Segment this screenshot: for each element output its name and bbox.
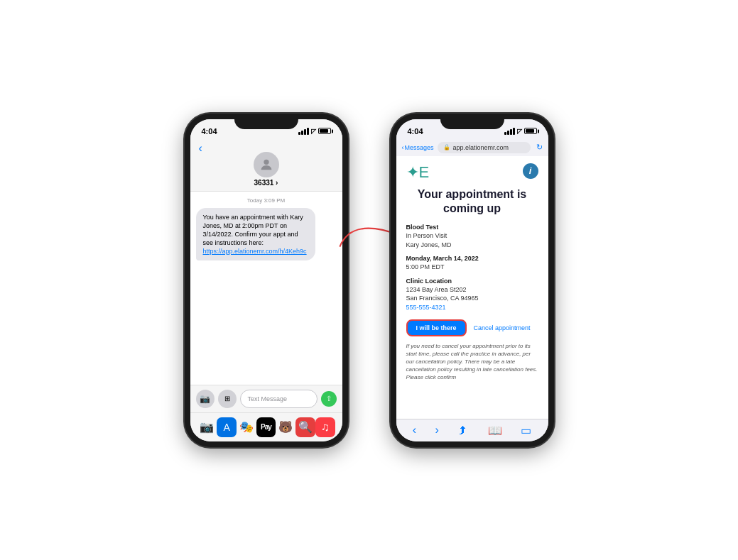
- appointment-location-section: Clinic Location 1234 Bay Area St202 San …: [406, 278, 538, 312]
- signal-bars-icon: [298, 128, 309, 135]
- message-link[interactable]: https://app.elationemr.com/h/4Keh9c: [203, 248, 307, 255]
- right-phone-screen: 4:04 ◸ ‹ Mes: [396, 119, 548, 441]
- right-phone-notch: [440, 114, 504, 129]
- right-battery-icon: [524, 128, 537, 134]
- right-wifi-icon: ◸: [517, 128, 522, 135]
- appointment-date-section: Monday, March 14, 2022 5:00 PM EDT: [406, 255, 538, 272]
- appointment-action-buttons: I will be there Cancel appointment: [406, 319, 538, 336]
- dock-photos-icon[interactable]: 📷: [197, 417, 217, 437]
- browser-tabs-icon[interactable]: ▭: [521, 424, 531, 437]
- battery-icon: [318, 128, 331, 134]
- send-button[interactable]: ⇧: [321, 391, 337, 407]
- dock-bar: 📷 A 🎭 Pay 🐻 🔍 ♫: [190, 412, 342, 441]
- lock-icon: 🔒: [443, 144, 450, 150]
- message-date: Today 3:09 PM: [196, 197, 337, 204]
- clinic-location-label: Clinic Location: [406, 278, 538, 285]
- dock-search-icon[interactable]: 🔍: [295, 417, 315, 437]
- info-icon[interactable]: i: [523, 163, 538, 179]
- cancel-button[interactable]: Cancel appointment: [474, 324, 531, 331]
- messages-header: ‹ 36331 ›: [190, 139, 342, 192]
- left-status-icons: ◸: [298, 128, 331, 135]
- dock-memoji-icon[interactable]: 🐻: [276, 417, 295, 437]
- appointment-header: ✦E i: [406, 163, 538, 182]
- wifi-icon: ◸: [311, 128, 316, 135]
- dock-appstore-icon[interactable]: A: [217, 417, 237, 437]
- browser-address-bar[interactable]: 🔒 app.elationemr.com: [438, 142, 531, 153]
- browser-back-nav-icon[interactable]: ‹: [413, 424, 416, 437]
- appointment-date-label: Monday, March 14, 2022: [406, 255, 538, 262]
- doctor-name: Kary Jones, MD: [406, 241, 538, 250]
- phone-notch: [234, 114, 298, 129]
- scene: 4:04 ◸ ‹: [0, 0, 738, 560]
- right-phone: 4:04 ◸ ‹ Mes: [391, 114, 554, 447]
- appstore-button[interactable]: ⊞: [218, 390, 237, 408]
- left-phone-screen: 4:04 ◸ ‹: [190, 119, 342, 441]
- right-status-icons: ◸: [504, 128, 537, 135]
- messages-back-button[interactable]: ‹: [199, 142, 202, 155]
- browser-forward-nav-icon[interactable]: ›: [435, 424, 439, 437]
- appointment-type-section: Blood Test In Person Visit Kary Jones, M…: [406, 224, 538, 249]
- browser-reload-button[interactable]: ↻: [536, 143, 543, 152]
- svg-point-0: [264, 159, 268, 164]
- dock-pay-icon[interactable]: Pay: [256, 417, 276, 437]
- browser-back-button[interactable]: ‹ Messages: [402, 144, 434, 151]
- browser-content: ✦E i Your appointment is coming up Blood…: [396, 156, 548, 419]
- appointment-type-label: Blood Test: [406, 224, 538, 231]
- right-status-time: 4:04: [408, 127, 423, 136]
- contact-name: 36331 ›: [254, 179, 278, 187]
- message-text: You have an appointment with Kary Jones,…: [203, 214, 307, 256]
- clinic-phone[interactable]: 555-555-4321: [406, 303, 538, 312]
- browser-back-label: Messages: [405, 144, 434, 151]
- text-message-input[interactable]: Text Message: [240, 390, 318, 408]
- left-phone: 4:04 ◸ ‹: [185, 114, 348, 447]
- message-bubble: You have an appointment with Kary Jones,…: [196, 208, 315, 261]
- right-signal-bars-icon: [504, 128, 515, 135]
- messages-bottom-bar: 📷 ⊞ Text Message ⇧: [190, 385, 342, 412]
- text-message-placeholder: Text Message: [248, 395, 288, 402]
- address-line2: San Francisco, CA 94965: [406, 294, 538, 303]
- browser-share-icon[interactable]: ⮭: [457, 424, 469, 437]
- contact-avatar: [254, 152, 279, 177]
- dock-contacts-icon[interactable]: 🎭: [237, 417, 256, 437]
- person-icon: [259, 157, 274, 172]
- appointment-type-sub: In Person Visit: [406, 231, 538, 241]
- messages-body: Today 3:09 PM You have an appointment wi…: [190, 192, 342, 385]
- browser-bookmarks-icon[interactable]: 📖: [488, 424, 502, 437]
- cancellation-disclaimer: If you need to cancel your appointment p…: [406, 342, 538, 382]
- messages-input-row: 📷 ⊞ Text Message ⇧: [196, 390, 337, 408]
- dock-music-icon[interactable]: ♫: [315, 417, 335, 437]
- address-line1: 1234 Bay Area St202: [406, 285, 538, 295]
- browser-url: app.elationemr.com: [453, 144, 509, 151]
- appointment-title: Your appointment is coming up: [406, 187, 538, 217]
- confirm-button[interactable]: I will be there: [406, 319, 467, 336]
- elation-logo: ✦E: [406, 163, 430, 182]
- camera-button[interactable]: 📷: [196, 390, 215, 408]
- appointment-time: 5:00 PM EDT: [406, 263, 538, 272]
- left-status-time: 4:04: [202, 127, 217, 136]
- browser-nav-bar: ‹ Messages 🔒 app.elationemr.com ↻: [396, 139, 548, 156]
- browser-toolbar: ‹ › ⮭ 📖 ▭: [396, 419, 548, 441]
